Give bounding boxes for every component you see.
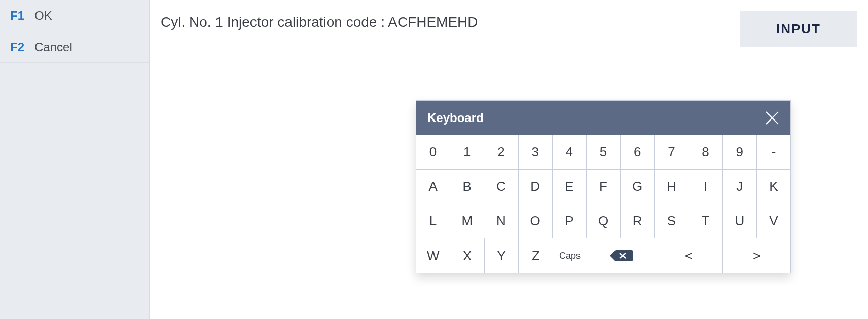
key-l[interactable]: L [416, 204, 450, 238]
calibration-prompt: Cyl. No. 1 Injector calibration code : A… [161, 11, 478, 30]
key-3[interactable]: 3 [519, 135, 553, 170]
key-j[interactable]: J [723, 170, 757, 204]
key-k[interactable]: K [757, 170, 790, 204]
key-c[interactable]: C [484, 170, 518, 204]
key-p[interactable]: P [553, 204, 587, 238]
sidebar-item-cancel[interactable]: F2 Cancel [0, 31, 149, 63]
key-0[interactable]: 0 [416, 135, 450, 170]
key-y[interactable]: Y [485, 238, 519, 273]
keyboard-grid: 0 1 2 3 4 5 6 7 8 9 - A B C D E F G H [416, 135, 790, 273]
key-1[interactable]: 1 [450, 135, 484, 170]
keyboard-row: 0 1 2 3 4 5 6 7 8 9 - [416, 135, 790, 170]
input-button[interactable]: INPUT [740, 11, 857, 47]
key-6[interactable]: 6 [621, 135, 655, 170]
close-icon[interactable] [763, 109, 781, 127]
key-s[interactable]: S [655, 204, 689, 238]
key-q[interactable]: Q [587, 204, 621, 238]
sidebar-item-label: Cancel [34, 40, 73, 54]
key-left-arrow[interactable]: < [655, 238, 723, 273]
key-g[interactable]: G [621, 170, 655, 204]
key-b[interactable]: B [450, 170, 484, 204]
key-5[interactable]: 5 [587, 135, 621, 170]
sidebar-key: F2 [10, 40, 25, 54]
keyboard-title: Keyboard [427, 111, 484, 125]
key-9[interactable]: 9 [723, 135, 757, 170]
key-e[interactable]: E [553, 170, 587, 204]
key-m[interactable]: M [450, 204, 484, 238]
keyboard-row: A B C D E F G H I J K [416, 170, 790, 204]
key-u[interactable]: U [723, 204, 757, 238]
key-v[interactable]: V [757, 204, 790, 238]
key-a[interactable]: A [416, 170, 450, 204]
key-w[interactable]: W [416, 238, 450, 273]
key-7[interactable]: 7 [655, 135, 689, 170]
topbar: Cyl. No. 1 Injector calibration code : A… [150, 0, 868, 47]
main-panel: Cyl. No. 1 Injector calibration code : A… [150, 0, 868, 319]
key-d[interactable]: D [519, 170, 553, 204]
keyboard-row: L M N O P Q R S T U V [416, 204, 790, 238]
key-z[interactable]: Z [519, 238, 553, 273]
sidebar-item-ok[interactable]: F1 OK [0, 0, 149, 31]
key-f[interactable]: F [587, 170, 621, 204]
key-r[interactable]: R [621, 204, 655, 238]
key-dash[interactable]: - [757, 135, 790, 170]
sidebar-key: F1 [10, 9, 25, 23]
key-n[interactable]: N [484, 204, 518, 238]
key-2[interactable]: 2 [484, 135, 518, 170]
key-t[interactable]: T [689, 204, 723, 238]
key-x[interactable]: X [450, 238, 484, 273]
key-h[interactable]: H [655, 170, 689, 204]
sidebar-item-label: OK [34, 9, 52, 23]
key-caps[interactable]: Caps [553, 238, 587, 273]
keyboard-row: W X Y Z Caps < > [416, 238, 790, 273]
key-i[interactable]: I [689, 170, 723, 204]
backspace-icon [609, 249, 633, 262]
key-right-arrow[interactable]: > [723, 238, 790, 273]
keyboard-header: Keyboard [416, 101, 790, 135]
key-o[interactable]: O [519, 204, 553, 238]
key-8[interactable]: 8 [689, 135, 723, 170]
onscreen-keyboard: Keyboard 0 1 2 3 4 5 6 7 8 9 - A B [416, 100, 791, 273]
sidebar: F1 OK F2 Cancel [0, 0, 150, 319]
key-backspace[interactable] [587, 238, 655, 273]
key-4[interactable]: 4 [553, 135, 587, 170]
